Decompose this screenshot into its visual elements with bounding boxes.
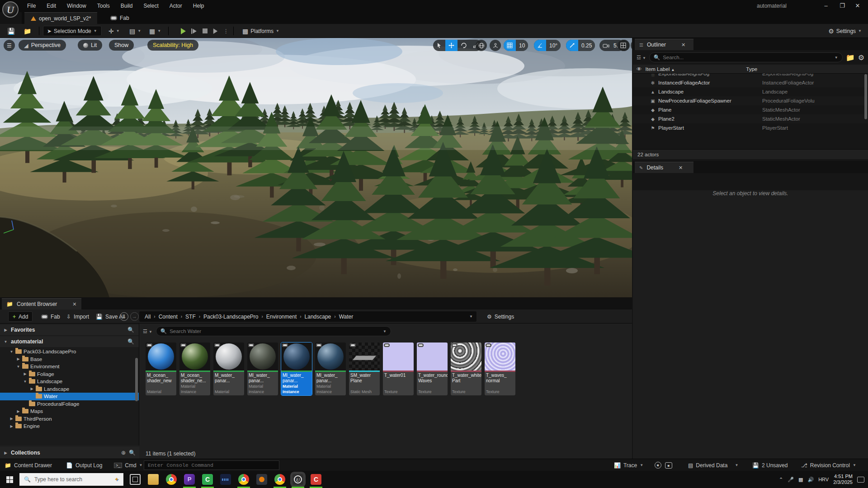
breadcrumb-landscape[interactable]: Landscape — [303, 314, 333, 320]
import-button[interactable]: ⇩ Import — [62, 311, 93, 322]
menu-file[interactable]: File — [22, 0, 41, 12]
restore-button[interactable]: ❐ — [835, 0, 850, 12]
outliner-filter-icon[interactable]: ☲ ▼ — [637, 55, 646, 61]
quadview-button[interactable] — [618, 40, 629, 51]
unreal-logo-icon[interactable]: U — [2, 1, 19, 18]
cmd-dropdown[interactable]: >_ Cmd▼ — [114, 459, 143, 471]
move-tool-button[interactable] — [445, 40, 458, 51]
selection-mode-dropdown[interactable]: ➤ Selection Mode▼ — [43, 26, 101, 36]
outliner-scrollbar[interactable] — [864, 74, 867, 119]
path-options-icon[interactable]: ▼ — [469, 314, 473, 319]
asset-sm_waterplane[interactable]: SM_waterPlaneStatic Mesh — [349, 343, 380, 395]
back-button[interactable]: ← — [120, 312, 128, 321]
folder-engine[interactable]: ▶Engine — [0, 422, 139, 430]
launch-button[interactable] — [213, 28, 217, 34]
breadcrumb-all[interactable]: All — [143, 314, 152, 320]
fab-button[interactable]: Fab — [37, 311, 64, 322]
add-button[interactable]: + Add — [8, 311, 33, 322]
mic-icon[interactable]: 🎤 — [788, 477, 794, 483]
start-button[interactable] — [6, 476, 13, 483]
trace-dropdown[interactable]: 📊Trace▼ — [614, 459, 643, 471]
breadcrumb-environment[interactable]: Environment — [264, 314, 298, 320]
menu-edit[interactable]: Edit — [41, 0, 61, 12]
asset-t_water01[interactable]: T_water01Texture — [383, 343, 414, 395]
stop-button[interactable] — [203, 28, 208, 33]
play-options-button[interactable]: ⋮ — [223, 28, 229, 34]
asset-mi_water_panar[interactable]: MI_water_panar...Material Instance — [247, 343, 278, 395]
revision-control-dropdown[interactable]: ⎇Revision Control▼ — [801, 459, 856, 471]
frame-skip-button[interactable] — [191, 28, 197, 34]
menu-tools[interactable]: Tools — [92, 0, 115, 12]
asset-t_waves_normal[interactable]: T_waves_normalTexture — [485, 343, 515, 395]
search-options-icon[interactable]: ▼ — [383, 329, 387, 333]
perspective-dropdown[interactable]: ◢ Perspective — [19, 40, 66, 51]
content-drawer-button[interactable]: 📁Content Drawer — [5, 459, 52, 471]
outliner-row[interactable]: ▲LandscapeLandscape — [633, 87, 868, 96]
breadcrumb-content[interactable]: Content — [157, 314, 179, 320]
settings-dropdown[interactable]: ⚙ Settings▼ — [825, 26, 865, 36]
root-search-icon[interactable]: 🔍 — [127, 338, 134, 345]
outliner-tab[interactable]: ☰ Outliner ✕ — [635, 39, 693, 50]
menu-window[interactable]: Window — [61, 0, 92, 12]
outliner-row[interactable]: ▣NewProceduralFoliageSpawnerProceduralFo… — [633, 96, 868, 105]
content-browser-button[interactable]: 📁 — [20, 26, 35, 36]
expand-arrow-icon[interactable]: ▼ — [23, 380, 27, 384]
asset-filter-icon[interactable]: ☲ ▼ — [143, 328, 152, 334]
orange-app-taskbar-icon[interactable] — [256, 474, 267, 485]
select-tool-button[interactable] — [433, 40, 445, 51]
folder-thirdperson[interactable]: ▶ThirdPerson — [0, 415, 139, 423]
outliner-row-clipped[interactable]: ░ ExponentialHeightFog ExponentialHeight… — [633, 74, 868, 78]
unreal-engine-taskbar-icon[interactable]: U — [292, 474, 303, 485]
asset-search-input[interactable]: 🔍 Search Water ▼ — [156, 326, 391, 336]
unsaved-button[interactable]: 💾2 Unsaved — [752, 459, 788, 471]
red-c-app-taskbar-icon[interactable]: C — [311, 474, 321, 485]
chrome-taskbar-icon[interactable] — [166, 474, 177, 485]
folder-base[interactable]: ▶Base — [0, 356, 139, 363]
visibility-column-icon[interactable]: 👁 — [637, 66, 642, 72]
content-browser-tab[interactable]: 📁 Content Browser ✕ — [2, 298, 81, 310]
asset-m_ocean_shader_ne[interactable]: M_ocean_shader_ne...Material Instance — [179, 343, 210, 395]
level-viewport[interactable]: ☰ ◢ Perspective Lit Show Scalability: Hi… — [0, 38, 632, 297]
collections-search-icon[interactable]: 🔍 — [129, 450, 136, 456]
scale-snap-value[interactable]: 0.25 — [578, 40, 595, 51]
folder-foliage[interactable]: ▶Foliage — [0, 371, 139, 378]
forward-button[interactable]: → — [130, 312, 139, 321]
tab-fab[interactable]: Fab — [104, 12, 136, 24]
expand-arrow-icon[interactable]: ▶ — [9, 417, 14, 421]
trace-indicators[interactable]: ■ ■ — [655, 459, 672, 471]
asset-t_water_whitepart[interactable]: T_water_whitePartTexture — [451, 343, 481, 395]
collections-section[interactable]: ▶Collections ⊕ 🔍 — [0, 447, 139, 459]
save-button[interactable]: 💾 — [4, 26, 19, 36]
close-button[interactable]: ✕ — [850, 0, 865, 12]
grid-snap-value[interactable]: 10 — [516, 40, 528, 51]
asset-mi_water_panar[interactable]: MI_water_panar...Material Instance — [281, 343, 312, 395]
display-icon[interactable]: ▩ — [798, 477, 803, 483]
console-command-input[interactable]: Enter Console Command — [144, 460, 279, 470]
expand-arrow-icon[interactable]: ▼ — [16, 365, 20, 369]
asset-m_ocean_shader_new[interactable]: M_ocean_shader_newMaterial — [146, 343, 176, 395]
outliner-row[interactable]: ⚑PlayerStartPlayerStart — [633, 123, 868, 132]
purple-app-taskbar-icon[interactable]: P — [184, 474, 195, 485]
new-folder-icon[interactable]: 📁 — [846, 53, 855, 62]
output-log-button[interactable]: 📄Output Log — [66, 459, 102, 471]
expand-arrow-icon[interactable]: ▼ — [9, 350, 14, 354]
folder-maps[interactable]: ▶Maps — [0, 408, 139, 415]
taskbar-search[interactable]: 🔍 Type here to search ✦ — [19, 473, 123, 486]
breadcrumb-water[interactable]: Water — [337, 314, 355, 320]
asset-mi_water_panar[interactable]: MI_water_panar...Material Instance — [315, 343, 346, 395]
surface-snap-button[interactable] — [490, 40, 501, 51]
volume-icon[interactable]: 🔊 — [807, 477, 814, 483]
menu-select[interactable]: Select — [138, 0, 164, 12]
menu-actor[interactable]: Actor — [164, 0, 188, 12]
asset-t_water_roundwaves[interactable]: T_water_roundWavesTexture — [417, 343, 448, 395]
expand-arrow-icon[interactable]: ▶ — [9, 424, 14, 428]
waveform-app-taskbar-icon[interactable] — [220, 474, 231, 485]
folder-proceduralfoliage[interactable]: ProceduralFoliage — [0, 400, 139, 408]
green-c-app-taskbar-icon[interactable]: C — [202, 474, 213, 485]
outliner-search-input[interactable]: 🔍 Search... ▼ — [649, 52, 843, 62]
type-column[interactable]: Type — [746, 66, 757, 72]
breadcrumb-stf[interactable]: STF — [184, 314, 198, 320]
scale-snap-button[interactable] — [566, 40, 578, 51]
grid-snap-button[interactable] — [504, 40, 516, 51]
platforms-dropdown[interactable]: ▩ Platforms▼ — [239, 26, 283, 36]
